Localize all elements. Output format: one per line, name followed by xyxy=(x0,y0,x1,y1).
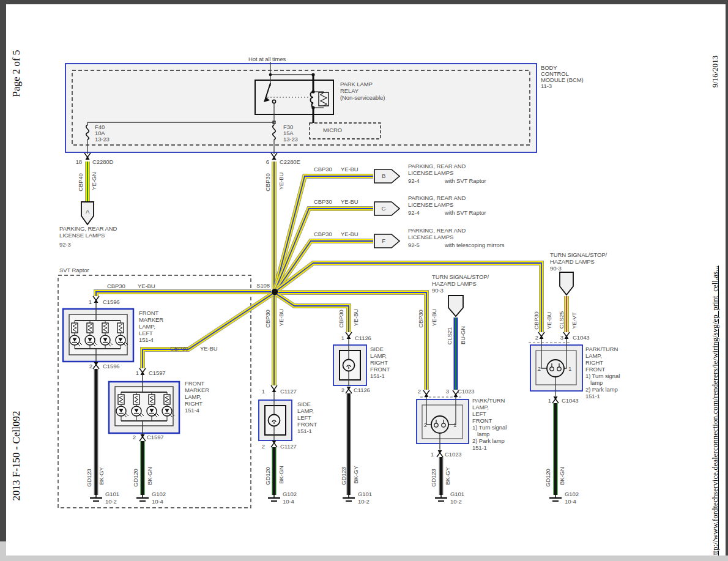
diagram-label: 13-23 xyxy=(283,136,298,143)
diagram-label: with SVT Raptor xyxy=(444,177,486,184)
diagram-label: 2) Park lamp xyxy=(585,386,618,393)
diagram-label: G102 xyxy=(152,491,166,497)
diagram-label: 3 xyxy=(560,334,563,341)
splice-s108 xyxy=(272,289,278,295)
wire-color-label: CLS21 xyxy=(446,327,453,345)
pin-arrow-down xyxy=(94,362,98,366)
diagram-label: 10-4 xyxy=(565,498,576,505)
source-url-link[interactable]: http://www.fordtechservice.dealerconnect… xyxy=(710,266,720,559)
junction-dot xyxy=(311,106,314,109)
diagram-label: C1127 xyxy=(280,388,297,395)
wire-YEBU xyxy=(277,263,541,332)
diagram-label: 3 xyxy=(446,388,449,395)
junction-dot xyxy=(269,73,272,76)
diagram-label: 2 xyxy=(535,334,538,341)
diagram-label: 151-1 xyxy=(370,373,385,379)
diagram-label: lamp xyxy=(590,379,603,386)
wiring-diagram: Hot at all timesPARK LAMPRELAY(Non-servi… xyxy=(0,0,728,561)
diagram-label: RIGHT xyxy=(185,400,202,407)
pin-arrow-down xyxy=(438,450,442,454)
wire-color-label: BK-GY xyxy=(444,467,451,485)
window-frame-left xyxy=(0,0,6,541)
diagram-label: with SVT Raptor xyxy=(444,209,486,216)
wire-color-label: BU-GN xyxy=(459,326,466,344)
diagram-label: FRONT xyxy=(370,366,390,373)
pin-arrow-down xyxy=(272,440,277,444)
pin-arrow-up xyxy=(272,156,277,160)
wire-color-label: YE-BU xyxy=(352,309,359,327)
diagram-label: 1 xyxy=(453,422,456,428)
pin-arrow-up xyxy=(565,335,569,339)
diagram-label: CBP30 xyxy=(314,166,332,173)
diagram-label: PARK/TURN xyxy=(472,397,505,404)
junction-dot xyxy=(311,73,314,76)
diagram-label: 18 xyxy=(76,158,82,165)
diagram-label: C1023 xyxy=(458,388,475,395)
connector-tag xyxy=(374,202,399,215)
diagram-label: 2 xyxy=(538,365,541,372)
wire-color-label: BK-GN xyxy=(146,467,153,485)
wire-color-label: CBP30 xyxy=(338,310,344,328)
diagram-label: LAMP, xyxy=(370,352,387,359)
wire-color-label: GD120 xyxy=(544,469,551,487)
diagram-label: 90-3 xyxy=(550,265,562,272)
diagram-label: 10-4 xyxy=(283,498,294,505)
wire-color-label: CBP30 xyxy=(533,311,540,330)
pin-arrow-up xyxy=(540,335,544,339)
diagram-label: 2 xyxy=(418,388,421,395)
diagram-label: C1043 xyxy=(562,397,579,404)
wire-YEBU xyxy=(277,263,541,332)
diagram-label: C1596 xyxy=(103,363,120,370)
diagram-label: 151-1 xyxy=(472,444,487,451)
wire-color-label: CBP30 xyxy=(264,173,271,191)
wire-color-label: CBP30 xyxy=(417,310,424,328)
diagram-label: 151-4 xyxy=(185,407,199,414)
diagram-label: HAZARD LAMPS xyxy=(550,258,595,265)
diagram-label: C1023 xyxy=(445,451,462,458)
pin-arrow-down xyxy=(141,434,145,438)
wire-color-label: GD123 xyxy=(430,469,437,487)
diagram-label: C xyxy=(382,205,386,212)
diagram-label: S108 xyxy=(256,282,270,289)
diagram-label: 10-2 xyxy=(450,498,462,505)
window-frame-right xyxy=(726,0,728,561)
diagram-label: 1 xyxy=(89,299,92,305)
pin-arrow-down xyxy=(554,396,558,400)
wire-color-label: YE-VT xyxy=(571,312,578,329)
window-frame-corner xyxy=(0,541,6,561)
diagram-label: C1126 xyxy=(354,387,370,393)
wire-color-label: GD123 xyxy=(340,467,347,485)
diagram-label: TURN SIGNAL/STOP/ xyxy=(432,273,489,280)
wire-color-label: BK-GY xyxy=(352,466,359,484)
diagram-label: LICENSE LAMPS xyxy=(408,169,453,176)
diagram-label: C1127 xyxy=(280,443,297,450)
diagram-label: YE-BU xyxy=(341,231,358,237)
wire-color-label: BK-GN xyxy=(559,467,565,485)
diagram-label: CBP30 xyxy=(314,231,332,237)
diagram-label: 1 xyxy=(262,388,265,395)
diagram-label: G101 xyxy=(450,491,464,497)
diagram-label: 151-1 xyxy=(297,428,312,434)
pin-arrow-up xyxy=(347,335,351,339)
diagram-label: LAMP, xyxy=(139,323,155,330)
diagram-label: LEFT xyxy=(472,411,486,417)
diagram-label: RIGHT xyxy=(370,359,388,366)
diagram-label: MARKER xyxy=(139,316,163,323)
diagram-label: C2280E xyxy=(280,158,300,165)
diagram-label: 10-2 xyxy=(105,498,117,505)
diagram-label: 10-2 xyxy=(358,498,370,505)
diagram-label: RIGHT xyxy=(585,359,603,366)
diagram-label: G101 xyxy=(358,491,372,497)
wire-color-label: YE-BU xyxy=(278,309,284,327)
wire-color-label: YE-GN xyxy=(91,172,97,190)
diagram-label: SVT Raptor xyxy=(59,267,89,273)
diagram-label: 2 xyxy=(89,363,92,370)
diagram-label: 1 xyxy=(341,335,344,341)
diagram-label: FRONT xyxy=(585,366,606,373)
diagram-label: 2 xyxy=(133,434,136,440)
diagram-label: FRONT xyxy=(297,421,318,428)
connector-pentagon xyxy=(560,272,573,295)
wire-YEBU xyxy=(277,263,541,332)
diagram-label: YE-BU xyxy=(341,166,358,173)
diagram-label: PARKING, REAR AND xyxy=(59,225,117,232)
